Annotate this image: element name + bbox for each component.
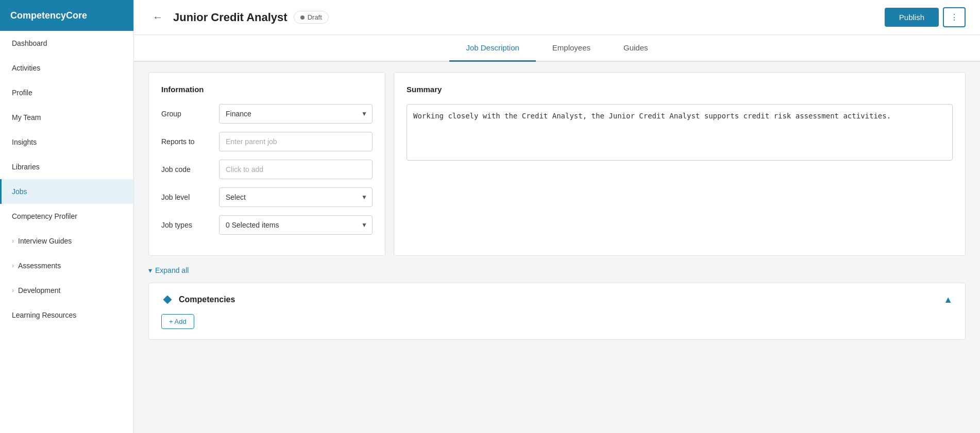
more-icon: ⋮ <box>950 12 958 22</box>
svg-rect-0 <box>163 296 172 304</box>
chevron-icon: › <box>12 287 14 294</box>
sidebar-item-label: Jobs <box>12 187 27 196</box>
content-area: Information Group Finance Engineering Ma… <box>134 62 980 433</box>
sidebar-item-label: Learning Resources <box>12 311 76 319</box>
section-title-row: Competencies <box>161 293 235 306</box>
sidebar-item-label: Profile <box>12 89 32 97</box>
sidebar-item-insights[interactable]: Insights <box>0 130 133 154</box>
sidebar-item-label: Interview Guides <box>18 237 72 245</box>
job-types-label: Job types <box>161 221 213 229</box>
reports-to-field-row: Reports to <box>161 132 373 151</box>
information-title: Information <box>161 85 373 94</box>
sidebar: CompetencyCore Dashboard Activities Prof… <box>0 0 134 433</box>
main-content: ← Junior Credit Analyst Draft Publish ⋮ … <box>134 0 980 433</box>
expand-all-row[interactable]: ▾ Expand all <box>148 264 966 276</box>
job-level-select-wrapper: Select Entry Mid Senior Lead Manager ▼ <box>219 187 373 207</box>
status-dot <box>300 15 305 20</box>
expand-all-label: Expand all <box>155 266 189 274</box>
job-types-field-row: Job types 0 Selected items Full-time Par… <box>161 215 373 235</box>
sidebar-item-assessments[interactable]: › Assessments <box>0 253 133 278</box>
sidebar-item-label: Dashboard <box>12 39 47 47</box>
add-competency-button[interactable]: + Add <box>161 314 194 329</box>
sidebar-item-label: Insights <box>12 138 37 146</box>
publish-button[interactable]: Publish <box>885 8 939 27</box>
header-actions: Publish ⋮ <box>885 7 966 27</box>
chevron-icon: › <box>12 237 14 245</box>
job-level-field-row: Job level Select Entry Mid Senior Lead M… <box>161 187 373 207</box>
sidebar-item-dashboard[interactable]: Dashboard <box>0 31 133 56</box>
app-name: CompetencyCore <box>10 10 87 21</box>
group-label: Group <box>161 110 213 118</box>
sidebar-item-label: Assessments <box>18 262 61 270</box>
sidebar-item-label: Competency Profiler <box>12 212 77 220</box>
summary-title: Summary <box>407 85 953 94</box>
page-header: ← Junior Credit Analyst Draft Publish ⋮ <box>134 0 980 35</box>
page-title: Junior Credit Analyst <box>173 11 288 24</box>
job-types-select-wrapper: 0 Selected items Full-time Part-time Con… <box>219 215 373 235</box>
sidebar-item-competency-profiler[interactable]: Competency Profiler <box>0 204 133 229</box>
sidebar-item-libraries[interactable]: Libraries <box>0 154 133 179</box>
sidebar-item-label: My Team <box>12 113 41 122</box>
competencies-title: Competencies <box>179 295 235 304</box>
tab-job-description[interactable]: Job Description <box>449 35 535 62</box>
tab-guides[interactable]: Guides <box>607 35 665 62</box>
summary-card: Summary Working closely with the Credit … <box>394 72 966 256</box>
app-logo: CompetencyCore <box>0 0 133 31</box>
group-select[interactable]: Finance Engineering Marketing <box>219 104 373 124</box>
top-row: Information Group Finance Engineering Ma… <box>148 72 966 256</box>
sidebar-item-development[interactable]: › Development <box>0 278 133 303</box>
sidebar-nav: Dashboard Activities Profile My Team Ins… <box>0 31 133 433</box>
back-button[interactable]: ← <box>148 9 167 25</box>
competencies-icon <box>161 293 174 306</box>
chevron-down-icon: ▾ <box>148 266 152 274</box>
job-code-field-row: Job code <box>161 160 373 179</box>
chevron-icon: › <box>12 262 14 269</box>
sidebar-item-jobs[interactable]: Jobs <box>0 179 133 204</box>
reports-to-input[interactable] <box>219 132 373 151</box>
job-code-input[interactable] <box>219 160 373 179</box>
job-level-select[interactable]: Select Entry Mid Senior Lead Manager <box>219 187 373 207</box>
section-header: Competencies ▲ <box>161 293 953 306</box>
job-types-select[interactable]: 0 Selected items Full-time Part-time Con… <box>219 215 373 235</box>
group-field-row: Group Finance Engineering Marketing ▼ <box>161 104 373 124</box>
information-card: Information Group Finance Engineering Ma… <box>148 72 385 256</box>
status-badge: Draft <box>294 11 329 24</box>
job-level-label: Job level <box>161 193 213 201</box>
competencies-section: Competencies ▲ + Add <box>148 283 966 340</box>
sidebar-item-profile[interactable]: Profile <box>0 80 133 105</box>
collapse-section-button[interactable]: ▲ <box>943 295 953 305</box>
sidebar-item-learning-resources[interactable]: Learning Resources <box>0 303 133 327</box>
sidebar-item-label: Activities <box>12 64 40 72</box>
tab-employees[interactable]: Employees <box>536 35 607 62</box>
sidebar-item-activities[interactable]: Activities <box>0 56 133 80</box>
job-code-label: Job code <box>161 165 213 174</box>
tabs-bar: Job Description Employees Guides <box>134 35 980 62</box>
reports-to-label: Reports to <box>161 137 213 146</box>
summary-textarea[interactable]: Working closely with the Credit Analyst,… <box>407 104 953 161</box>
sidebar-item-interview-guides[interactable]: › Interview Guides <box>0 229 133 253</box>
sidebar-item-label: Development <box>18 286 61 295</box>
status-label: Draft <box>308 13 322 21</box>
sidebar-item-my-team[interactable]: My Team <box>0 105 133 130</box>
more-options-button[interactable]: ⋮ <box>943 7 966 27</box>
group-select-wrapper: Finance Engineering Marketing ▼ <box>219 104 373 124</box>
sidebar-item-label: Libraries <box>12 163 40 171</box>
